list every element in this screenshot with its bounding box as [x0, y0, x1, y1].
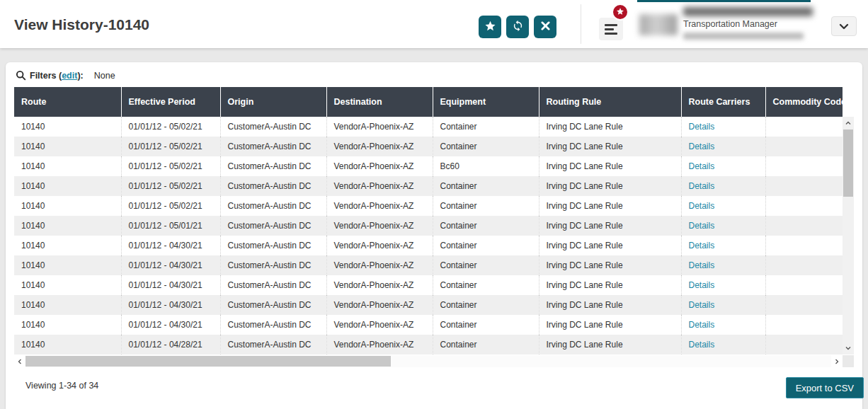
cell-route_carriers: Details [681, 176, 765, 196]
hamburger-icon [605, 24, 617, 26]
viewing-status: Viewing 1-34 of 34 [25, 381, 98, 391]
table-row: 1014001/01/12 - 04/30/21CustomerA-Austin… [14, 315, 843, 335]
cell-route_carriers: Details [681, 236, 765, 255]
cell-equipment: Container [433, 176, 539, 196]
filters-edit-link[interactable]: edit [62, 71, 77, 81]
column-header-commodity-code[interactable]: Commodity Code [765, 87, 843, 117]
cell-routing_rule: Irving DC Lane Rule [539, 315, 681, 335]
vertical-scrollbar[interactable] [843, 117, 854, 355]
cell-effective_period: 01/01/12 - 05/01/21 [121, 216, 220, 236]
table-row: 1014001/01/12 - 04/30/21CustomerA-Austin… [14, 255, 843, 275]
cell-route: 10140 [14, 255, 121, 275]
filters-label: Filters (edit): [30, 71, 84, 81]
cell-route_carriers: Details [681, 275, 765, 295]
scroll-down-arrow[interactable] [843, 343, 854, 353]
cell-effective_period: 01/01/12 - 05/02/21 [121, 196, 220, 216]
view-history-page: { "header": { "title": "View History-101… [0, 0, 868, 409]
cell-destination: VendorA-Phoenix-AZ [326, 137, 433, 156]
cell-equipment: Container [433, 255, 539, 275]
user-role: Transportation Manager [683, 18, 821, 30]
search-icon [16, 70, 26, 81]
cell-effective_period: 01/01/12 - 05/02/21 [121, 137, 220, 156]
column-header-routing-rule[interactable]: Routing Rule [539, 87, 681, 117]
refresh-button[interactable] [506, 16, 529, 38]
user-name-redacted [683, 7, 813, 16]
details-link[interactable]: Details [689, 201, 715, 211]
table-row: 1014001/01/12 - 05/02/21CustomerA-Austin… [14, 156, 843, 176]
export-csv-button[interactable]: Export to CSV [786, 377, 864, 398]
page-title: View History-10140 [14, 16, 149, 33]
cell-route: 10140 [14, 156, 121, 176]
cell-route_carriers: Details [681, 216, 765, 236]
details-link[interactable]: Details [689, 221, 715, 231]
cell-origin: CustomerA-Austin DC [220, 335, 326, 355]
cell-route_carriers: Details [681, 156, 765, 176]
cell-destination: VendorA-Phoenix-AZ [326, 216, 433, 236]
cell-commodity_code [765, 335, 843, 355]
details-link[interactable]: Details [689, 161, 715, 171]
column-header-route[interactable]: Route [14, 87, 121, 117]
details-link[interactable]: Details [689, 122, 715, 132]
cell-routing_rule: Irving DC Lane Rule [539, 255, 681, 275]
cell-commodity_code [765, 275, 843, 295]
company-logo-redacted [639, 14, 678, 35]
filters-value: None [94, 71, 115, 81]
column-header-effective-period[interactable]: Effective Period [121, 87, 220, 117]
cell-effective_period: 01/01/12 - 04/30/21 [121, 255, 220, 275]
cell-commodity_code [765, 156, 843, 176]
cell-origin: CustomerA-Austin DC [220, 216, 326, 236]
cell-routing_rule: Irving DC Lane Rule [539, 236, 681, 255]
column-header-origin[interactable]: Origin [220, 87, 326, 117]
cell-route_carriers: Details [681, 315, 765, 335]
cell-equipment: Container [433, 275, 539, 295]
cell-origin: CustomerA-Austin DC [220, 176, 326, 196]
cell-route_carriers: Details [681, 196, 765, 216]
cell-routing_rule: Irving DC Lane Rule [539, 156, 681, 176]
cell-origin: CustomerA-Austin DC [220, 137, 326, 156]
cell-route: 10140 [14, 315, 121, 335]
column-header-destination[interactable]: Destination [326, 87, 433, 117]
cell-origin: CustomerA-Austin DC [220, 255, 326, 275]
details-link[interactable]: Details [689, 340, 715, 350]
cell-equipment: Container [433, 335, 539, 355]
details-link[interactable]: Details [689, 260, 715, 270]
horizontal-scroll-thumb[interactable] [25, 356, 391, 367]
cell-equipment: Container [433, 315, 539, 335]
cell-commodity_code [765, 236, 843, 255]
details-link[interactable]: Details [689, 241, 715, 250]
cell-equipment: Container [433, 117, 539, 137]
user-menu-button[interactable] [831, 16, 857, 36]
scroll-up-arrow[interactable] [843, 118, 854, 128]
cell-route: 10140 [14, 335, 121, 355]
details-link[interactable]: Details [689, 300, 715, 310]
horizontal-scrollbar[interactable] [14, 355, 854, 367]
horizontal-scroll-track[interactable] [25, 355, 831, 367]
cell-origin: CustomerA-Austin DC [220, 315, 326, 335]
details-link[interactable]: Details [689, 142, 715, 151]
scroll-right-arrow[interactable] [831, 355, 843, 367]
cell-origin: CustomerA-Austin DC [220, 156, 326, 176]
details-link[interactable]: Details [689, 181, 715, 191]
close-button[interactable] [534, 16, 556, 38]
close-icon [541, 21, 550, 33]
menu-button[interactable] [599, 18, 623, 40]
cell-commodity_code [765, 196, 843, 216]
column-header-equipment[interactable]: Equipment [433, 87, 539, 117]
details-link[interactable]: Details [689, 280, 715, 290]
table-row: 1014001/01/12 - 04/30/21CustomerA-Austin… [14, 236, 843, 255]
scroll-left-arrow[interactable] [14, 355, 25, 367]
cell-route: 10140 [14, 295, 121, 315]
favorite-button[interactable] [479, 16, 501, 38]
toolbar [479, 16, 556, 38]
details-link[interactable]: Details [689, 320, 715, 330]
cell-route: 10140 [14, 216, 121, 236]
cell-commodity_code [765, 295, 843, 315]
vertical-scroll-thumb[interactable] [843, 129, 853, 197]
table-row: 1014001/01/12 - 04/30/21CustomerA-Austin… [14, 295, 843, 315]
cell-route: 10140 [14, 176, 121, 196]
cell-routing_rule: Irving DC Lane Rule [539, 176, 681, 196]
cell-route: 10140 [14, 137, 121, 156]
table-body: 1014001/01/12 - 05/02/21CustomerA-Austin… [14, 117, 843, 355]
column-header-route-carriers[interactable]: Route Carriers [681, 87, 765, 117]
cell-routing_rule: Irving DC Lane Rule [539, 335, 681, 355]
